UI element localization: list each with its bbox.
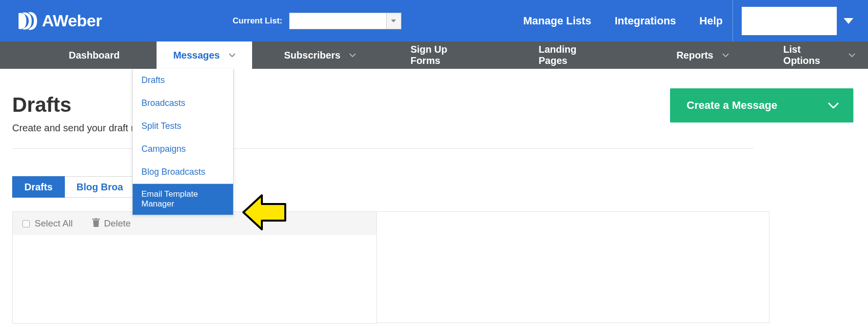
dropdown-split-tests[interactable]: Split Tests — [133, 115, 233, 138]
dropdown-drafts[interactable]: Drafts — [133, 69, 233, 92]
tab-drafts[interactable]: Drafts — [12, 176, 65, 198]
table-body — [13, 235, 376, 323]
nav-label: Subscribers — [284, 50, 340, 61]
select-all-checkbox[interactable] — [22, 220, 30, 227]
nav-label: Sign Up Forms — [411, 44, 479, 66]
annotation-arrow — [242, 191, 287, 235]
dropdown-campaigns[interactable]: Campaigns — [133, 138, 233, 161]
nav-landing-pages[interactable]: Landing Pages — [526, 41, 620, 69]
table-left: Select All Delete — [12, 211, 377, 324]
account-chevron-icon[interactable] — [844, 18, 853, 24]
chevron-down-icon — [349, 53, 356, 57]
dropdown-broadcasts[interactable]: Broadcasts — [133, 92, 233, 115]
dropdown-email-template-manager[interactable]: Email Template Manager — [133, 184, 233, 215]
create-message-label: Create a Message — [687, 99, 777, 112]
current-list-input[interactable] — [289, 13, 387, 29]
trash-icon — [92, 218, 100, 229]
nav-list-options[interactable]: List Options — [770, 41, 868, 69]
nav-dashboard[interactable]: Dashboard — [56, 41, 132, 69]
topbar: AWeber Current List: Manage Lists Integr… — [0, 0, 868, 41]
aweber-logo-icon — [16, 10, 38, 32]
chevron-down-icon — [848, 53, 855, 57]
select-all-label: Select All — [35, 218, 73, 229]
preview-pane — [377, 211, 769, 323]
chevron-down-icon — [229, 53, 236, 57]
delete-label: Delete — [104, 218, 131, 229]
nav-label: Messages — [173, 50, 220, 61]
nav-subscribers[interactable]: Subscribers — [271, 41, 369, 69]
current-list-dropdown-button[interactable] — [387, 13, 401, 29]
chevron-down-icon — [391, 20, 396, 22]
manage-lists-link[interactable]: Manage Lists — [523, 15, 591, 27]
current-list-label: Current List: — [233, 16, 282, 26]
help-link[interactable]: Help — [699, 15, 723, 27]
brand-logo[interactable]: AWeber — [16, 10, 102, 32]
tab-blog-broadcasts[interactable]: Blog Broa — [65, 176, 136, 198]
chevron-down-icon — [828, 102, 839, 108]
navbar: Dashboard Messages Subscribers Sign Up F… — [0, 41, 868, 69]
account-box[interactable] — [742, 7, 837, 35]
nav-label: List Options — [783, 44, 840, 66]
create-message-button[interactable]: Create a Message — [670, 88, 853, 123]
current-list-select[interactable] — [289, 13, 401, 29]
nav-label: Dashboard — [69, 50, 119, 61]
brand-name: AWeber — [42, 11, 102, 30]
integrations-link[interactable]: Integrations — [614, 15, 676, 27]
current-list: Current List: — [233, 13, 401, 29]
nav-messages[interactable]: Messages — [157, 41, 252, 69]
chevron-down-icon — [722, 53, 729, 57]
table-header: Select All Delete — [13, 212, 376, 235]
table-wrap: Select All Delete — [12, 211, 858, 324]
nav-signup-forms[interactable]: Sign Up Forms — [398, 41, 492, 69]
nav-reports[interactable]: Reports — [664, 41, 742, 69]
account-separator — [732, 0, 733, 41]
divider — [12, 148, 753, 149]
messages-dropdown: Drafts Broadcasts Split Tests Campaigns … — [132, 69, 234, 215]
top-links: Manage Lists Integrations Help — [523, 15, 723, 27]
dropdown-blog-broadcasts[interactable]: Blog Broadcasts — [133, 161, 233, 184]
nav-label: Landing Pages — [538, 44, 607, 66]
nav-label: Reports — [676, 50, 713, 61]
select-all[interactable]: Select All — [22, 218, 73, 229]
content: Drafts Create and send your draft me Cre… — [0, 69, 868, 324]
delete-action[interactable]: Delete — [92, 218, 131, 229]
